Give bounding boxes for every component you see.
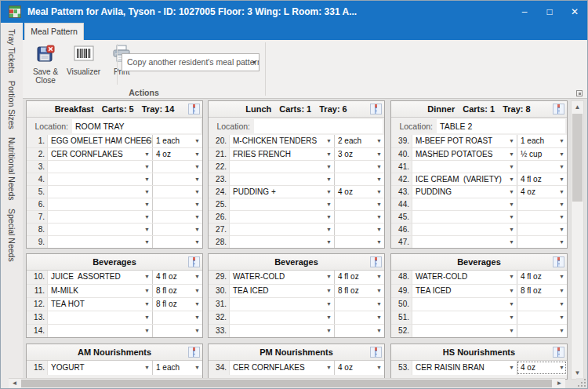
chevron-down-icon[interactable]: ▼ xyxy=(326,135,332,147)
chevron-down-icon[interactable]: ▼ xyxy=(376,186,382,198)
scroll-up-icon[interactable]: ▲ xyxy=(572,101,583,113)
chevron-down-icon[interactable]: ▼ xyxy=(144,224,150,235)
chevron-down-icon[interactable]: ▼ xyxy=(326,148,332,160)
portion-combobox[interactable]: ▼ xyxy=(517,198,567,210)
portion-combobox[interactable]: 1 each ▼ xyxy=(152,135,202,147)
chevron-down-icon[interactable]: ▼ xyxy=(194,298,200,311)
item-combobox[interactable]: ▼ xyxy=(412,311,517,324)
item-combobox[interactable]: JUICE ASSORTED ▼ xyxy=(47,271,152,284)
visualizer-button[interactable]: Visualizer xyxy=(64,43,103,85)
chevron-down-icon[interactable]: ▼ xyxy=(326,161,332,173)
vertical-scrollbar-thumb[interactable] xyxy=(572,114,583,202)
chevron-down-icon[interactable]: ▼ xyxy=(509,148,514,160)
item-combobox[interactable]: WATER-COLD ▼ xyxy=(229,271,334,284)
chevron-down-icon[interactable]: ▼ xyxy=(144,173,150,185)
portion-combobox[interactable]: 4 fl oz ▼ xyxy=(334,271,384,284)
chevron-down-icon[interactable]: ▼ xyxy=(326,298,332,311)
chevron-down-icon[interactable]: ▼ xyxy=(144,236,150,248)
portion-combobox[interactable]: ▼ xyxy=(334,311,384,324)
chevron-down-icon[interactable]: ▼ xyxy=(559,211,564,223)
item-combobox[interactable]: TEA ICED ▼ xyxy=(229,285,334,297)
chevron-down-icon[interactable]: ▼ xyxy=(144,285,150,297)
chevron-down-icon[interactable]: ▼ xyxy=(376,211,382,223)
chevron-down-icon[interactable]: ▼ xyxy=(144,148,150,160)
scroll-down-icon[interactable]: ▼ xyxy=(572,367,583,379)
chevron-down-icon[interactable]: ▼ xyxy=(144,161,150,173)
chevron-down-icon[interactable]: ▼ xyxy=(326,311,332,324)
portion-combobox[interactable]: ▼ xyxy=(152,161,202,173)
chevron-down-icon[interactable]: ▼ xyxy=(376,198,382,210)
portion-combobox[interactable]: 8 fl oz ▼ xyxy=(152,285,202,297)
item-combobox[interactable]: ▼ xyxy=(47,173,152,185)
copy-meal-pattern-dropdown[interactable]: Copy another resident's meal pattern... … xyxy=(122,53,260,71)
chevron-down-icon[interactable]: ▼ xyxy=(559,186,564,198)
chevron-down-icon[interactable]: ▼ xyxy=(144,211,150,223)
item-combobox[interactable]: ▼ xyxy=(47,325,152,337)
chevron-down-icon[interactable]: ▼ xyxy=(194,135,200,147)
item-combobox[interactable]: ▼ xyxy=(229,224,334,235)
chevron-down-icon[interactable]: ▼ xyxy=(326,198,332,210)
chevron-down-icon[interactable]: ▼ xyxy=(509,161,514,173)
chevron-down-icon[interactable]: ▼ xyxy=(326,211,332,223)
portion-combobox[interactable]: ▼ xyxy=(152,325,202,337)
scroll-right-icon[interactable]: ► xyxy=(554,379,565,388)
close-button[interactable]: ✕ xyxy=(562,1,587,23)
chevron-down-icon[interactable]: ▼ xyxy=(376,173,382,185)
chevron-down-icon[interactable]: ▼ xyxy=(194,148,200,160)
item-combobox[interactable]: EGG OMELET HAM CHEESE ▼ xyxy=(47,135,152,147)
chevron-down-icon[interactable]: ▼ xyxy=(326,224,332,235)
item-combobox[interactable]: ▼ xyxy=(47,198,152,210)
chevron-down-icon[interactable]: ▼ xyxy=(194,161,200,173)
chevron-down-icon[interactable]: ▼ xyxy=(144,198,150,210)
chevron-down-icon[interactable]: ▼ xyxy=(509,271,514,283)
location-input[interactable] xyxy=(254,119,383,133)
chevron-down-icon[interactable]: ▼ xyxy=(559,271,564,283)
chevron-down-icon[interactable]: ▼ xyxy=(559,198,564,210)
portion-combobox[interactable]: 1 each ▼ xyxy=(517,135,567,147)
portion-combobox[interactable]: ▼ xyxy=(152,236,202,248)
sidebar-item-tray-tickets[interactable]: Tray Tickets xyxy=(1,29,16,73)
item-combobox[interactable]: ▼ xyxy=(47,211,152,223)
tab-meal-pattern[interactable]: Meal Pattern xyxy=(24,23,84,40)
chevron-down-icon[interactable]: ▼ xyxy=(559,311,564,324)
chevron-down-icon[interactable]: ▼ xyxy=(326,173,332,185)
item-combobox[interactable]: ▼ xyxy=(229,311,334,324)
chevron-down-icon[interactable]: ▼ xyxy=(509,325,514,337)
tray-card-icon[interactable] xyxy=(370,104,382,115)
item-combobox[interactable]: CER CORNFLAKES ▼ xyxy=(47,148,152,160)
portion-combobox[interactable]: 4 oz ▼ xyxy=(334,361,384,375)
chevron-down-icon[interactable]: ▼ xyxy=(559,173,564,185)
chevron-down-icon[interactable]: ▼ xyxy=(376,161,382,173)
resize-grip[interactable] xyxy=(576,378,587,388)
portion-combobox[interactable]: ½ cup ▼ xyxy=(517,148,567,160)
sidebar-item-special-needs[interactable]: Special Needs xyxy=(1,209,16,262)
chevron-down-icon[interactable]: ▼ xyxy=(509,211,514,223)
tray-card-icon[interactable] xyxy=(188,256,200,267)
item-combobox[interactable]: ▼ xyxy=(412,325,517,337)
chevron-down-icon[interactable]: ▼ xyxy=(194,325,200,337)
item-combobox[interactable]: ▼ xyxy=(229,236,334,248)
item-combobox[interactable]: ▼ xyxy=(47,236,152,248)
chevron-down-icon[interactable]: ▼ xyxy=(509,224,514,235)
item-combobox[interactable]: ▼ xyxy=(412,236,517,248)
item-combobox[interactable]: ▼ xyxy=(412,211,517,223)
dialog-launcher-icon[interactable] xyxy=(576,90,583,96)
scroll-left-icon[interactable]: ◄ xyxy=(9,379,20,388)
portion-combobox[interactable]: ▼ xyxy=(517,161,567,173)
portion-combobox[interactable]: 4 oz ▼ xyxy=(152,148,202,160)
chevron-down-icon[interactable]: ▼ xyxy=(509,298,514,311)
chevron-down-icon[interactable]: ▼ xyxy=(559,361,564,374)
chevron-down-icon[interactable]: ▼ xyxy=(376,224,382,235)
chevron-down-icon[interactable]: ▼ xyxy=(194,236,200,248)
item-combobox[interactable]: ▼ xyxy=(47,161,152,173)
chevron-down-icon[interactable]: ▼ xyxy=(144,271,150,283)
portion-combobox[interactable]: ▼ xyxy=(517,211,567,223)
chevron-down-icon[interactable]: ▼ xyxy=(194,173,200,185)
chevron-down-icon[interactable]: ▼ xyxy=(376,236,382,248)
portion-combobox[interactable]: 4 oz ▼ xyxy=(334,186,384,198)
portion-combobox[interactable]: ▼ xyxy=(334,236,384,248)
item-combobox[interactable]: ▼ xyxy=(229,211,334,223)
chevron-down-icon[interactable]: ▼ xyxy=(144,298,150,311)
item-combobox[interactable]: PUDDING + ▼ xyxy=(229,186,334,198)
maximize-button[interactable]: □ xyxy=(537,1,562,23)
